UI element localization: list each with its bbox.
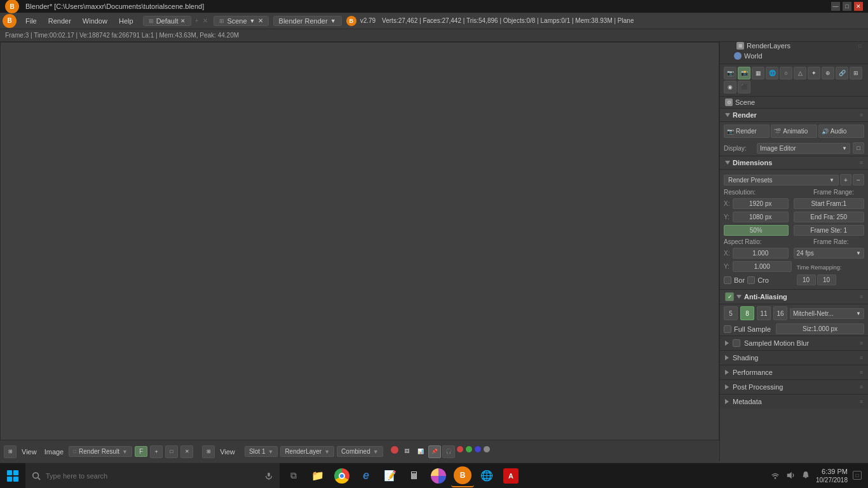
prop-icon-layers[interactable]: ▦ (752, 67, 764, 79)
scene-tree-render-layers[interactable]: ▦ RenderLayers □ (724, 41, 864, 51)
bb-view-menu2[interactable]: View (217, 447, 238, 457)
render-presets-dropdown[interactable]: Render Presets ▼ (724, 175, 839, 186)
bb-slot-dropdown[interactable]: Slot 1 ▼ (245, 446, 278, 457)
menu-window[interactable]: Window (78, 16, 112, 26)
sampled-motion-blur-section[interactable]: Sampled Motion Blur ≡ (720, 336, 868, 350)
frame-step-input[interactable]: Frame Ste: 1 (794, 225, 865, 236)
menu-render[interactable]: Render (43, 16, 76, 26)
menu-help[interactable]: Help (114, 16, 139, 26)
bb-area2-icon[interactable]: ⊞ (202, 445, 215, 458)
network-icon[interactable] (770, 470, 780, 480)
scene-tree-world[interactable]: World (724, 51, 864, 61)
bb-color-a[interactable] (483, 445, 491, 453)
prop-icon-texture[interactable]: ⬛ (738, 81, 750, 93)
display-settings-btn[interactable]: □ (853, 142, 864, 154)
start-button[interactable] (0, 463, 25, 489)
action-center-icon[interactable]: □ (853, 471, 862, 480)
smb-checkbox[interactable] (733, 339, 740, 347)
animation-button[interactable]: 🎬 Animatio (771, 125, 817, 138)
display-dropdown[interactable]: Image Editor ▼ (757, 143, 850, 154)
bb-remove-icon[interactable]: ✕ (180, 445, 193, 458)
bb-color-1[interactable] (390, 445, 399, 454)
cro-checkbox[interactable] (747, 276, 755, 284)
bb-img-view-icon[interactable]: 🖼 (400, 445, 413, 458)
bor-checkbox[interactable] (724, 276, 731, 284)
taskbar-chrome[interactable] (330, 464, 353, 487)
bb-color-r[interactable] (456, 445, 464, 453)
prop-icon-mesh[interactable]: △ (794, 67, 806, 79)
bb-render-result-dropdown[interactable]: □ Render Result ▼ (69, 446, 132, 457)
prop-icon-material[interactable]: ◉ (724, 81, 736, 93)
render-section-header[interactable]: Render ≡ (720, 108, 868, 122)
search-input[interactable] (46, 472, 259, 480)
taskbar-file-explorer[interactable]: 📁 (306, 464, 329, 487)
percent-btn[interactable]: 50% (724, 225, 789, 236)
render-presets-remove-btn[interactable]: − (853, 174, 864, 186)
prop-icon-constraints[interactable]: 🔗 (836, 67, 848, 79)
viewport[interactable] (0, 42, 719, 460)
prop-icon-camera[interactable]: 📷 (724, 67, 736, 79)
minimize-button[interactable]: — (831, 2, 840, 11)
prop-icon-world[interactable]: 🌐 (766, 67, 778, 79)
shading-section[interactable]: Shading ≡ (720, 350, 868, 365)
aa-sample-16[interactable]: 16 (773, 306, 787, 320)
render-engine-selector[interactable]: Blender Render ▼ (273, 16, 342, 26)
bb-color-g[interactable] (465, 445, 473, 453)
notification-icon[interactable] (801, 470, 811, 480)
bb-pin-icon[interactable]: 📌 (428, 445, 441, 458)
taskbar-blender[interactable]: B (451, 464, 474, 487)
full-sample-checkbox[interactable] (724, 325, 731, 333)
aa-checkbox[interactable]: ✓ (725, 292, 734, 301)
bb-view-menu[interactable]: View (19, 447, 39, 457)
taskbar-pdf[interactable]: A (499, 464, 522, 487)
taskbar-calculator[interactable]: 🖩 (403, 464, 426, 487)
performance-section[interactable]: Performance ≡ (720, 365, 868, 379)
fps-dropdown[interactable]: 24 fps ▼ (794, 248, 865, 259)
bb-combined-dropdown[interactable]: Combined ▼ (337, 446, 383, 457)
render-button[interactable]: 📷 Render (724, 125, 770, 138)
close-button[interactable]: ✕ (854, 2, 863, 11)
aa-sample-11[interactable]: 11 (757, 306, 771, 320)
render-presets-add-btn[interactable]: + (840, 174, 851, 186)
taskbar-browser[interactable]: 🌐 (475, 464, 498, 487)
menu-file[interactable]: File (20, 16, 42, 26)
end-frame-input[interactable]: End Fra: 250 (794, 212, 865, 222)
taskbar-sticky-notes[interactable]: 📝 (379, 464, 402, 487)
time-new-input[interactable]: 10 (817, 274, 836, 285)
volume-icon[interactable] (785, 470, 796, 480)
dimensions-section-header[interactable]: Dimensions ≡ (720, 156, 868, 170)
audio-button[interactable]: 🔊 Audio (818, 125, 864, 138)
taskbar-search-box[interactable] (25, 463, 280, 489)
taskbar-cortana[interactable] (427, 464, 450, 487)
bb-image-menu[interactable]: Image (42, 447, 67, 457)
bb-copy-icon[interactable]: □ (165, 445, 178, 458)
bb-color-b[interactable] (474, 445, 482, 453)
bb-add-icon[interactable]: + (150, 445, 163, 458)
prop-icon-physics[interactable]: ⊕ (822, 67, 834, 79)
aa-filter-dropdown[interactable]: Mitchell-Netr... ▼ (790, 308, 864, 319)
aa-section-header[interactable]: ✓ Anti-Aliasing ≡ (720, 289, 868, 304)
taskbar-edge[interactable]: e (355, 464, 377, 487)
bb-area-icon[interactable]: ⊞ (4, 445, 17, 458)
start-frame-input[interactable]: Start Fram:1 (794, 198, 865, 209)
y-resolution-input[interactable]: 1080 px (733, 212, 789, 222)
prop-icon-particles[interactable]: ✦ (808, 67, 820, 79)
workspace-selector[interactable]: ⊞ Default ✕ (143, 16, 192, 26)
bb-f-btn[interactable]: F (135, 446, 147, 457)
maximize-button[interactable]: □ (843, 2, 851, 11)
bb-graph-icon[interactable]: 📊 (414, 445, 427, 458)
taskbar-task-view[interactable]: ⧉ (282, 464, 305, 487)
prop-icon-data[interactable]: ⊞ (850, 67, 862, 79)
time-old-input[interactable]: 10 (797, 274, 816, 285)
ax-input[interactable]: 1.000 (733, 248, 789, 259)
ay-input[interactable]: 1.000 (733, 261, 792, 272)
aa-sample-5[interactable]: 5 (724, 306, 738, 320)
x-resolution-input[interactable]: 1920 px (733, 198, 789, 209)
aa-size-input[interactable]: Siz:1.000 px (776, 323, 864, 334)
prop-icon-render[interactable]: 📸 (738, 67, 750, 79)
post-processing-section[interactable]: Post Processing ≡ (720, 379, 868, 394)
aa-sample-8[interactable]: 8 (740, 306, 754, 320)
scene-selector[interactable]: ⊞ Scene ▼ ✕ (214, 16, 268, 26)
prop-icon-object[interactable]: ○ (780, 67, 792, 79)
bb-render-layer-dropdown[interactable]: RenderLayer ▼ (280, 446, 334, 457)
